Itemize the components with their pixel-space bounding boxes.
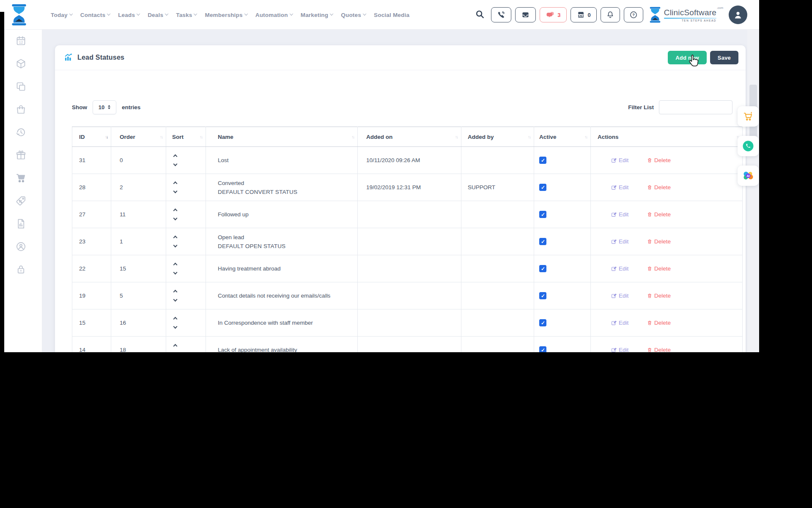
active-checkbox[interactable] [539, 157, 546, 164]
nav-menu-item[interactable]: Tasks [176, 12, 197, 18]
move-up-icon[interactable] [173, 290, 177, 294]
nav-menu-item[interactable]: Social Media [374, 12, 409, 18]
move-up-icon[interactable] [173, 263, 177, 267]
messages-button[interactable]: 3 [540, 7, 566, 22]
move-down-icon[interactable] [173, 189, 177, 193]
move-down-icon[interactable] [173, 325, 177, 329]
store-count-badge: 0 [588, 12, 591, 18]
delete-link[interactable]: Delete [647, 238, 671, 245]
search-icon[interactable] [475, 9, 485, 21]
vertical-scrollbar[interactable] [747, 30, 759, 352]
table-row: 23 1 Open lead DEFAULT OPEN STATUS [72, 228, 743, 255]
edit-link[interactable]: Edit [611, 211, 634, 218]
column-header[interactable]: Sort ↑↓ [166, 127, 206, 147]
move-down-icon[interactable] [173, 298, 177, 302]
edit-link[interactable]: Edit [611, 265, 634, 272]
active-checkbox[interactable] [539, 265, 546, 272]
active-checkbox[interactable] [539, 346, 546, 352]
cell-name: Lack of appointment availability [206, 337, 358, 353]
edit-link[interactable]: Edit [611, 238, 634, 245]
delete-link[interactable]: Delete [647, 347, 671, 352]
move-up-icon[interactable] [173, 155, 177, 159]
column-header[interactable]: Name ↑↓ [206, 127, 358, 147]
inbox-button[interactable] [515, 7, 536, 22]
active-checkbox[interactable] [539, 319, 546, 326]
delete-link[interactable]: Delete [647, 265, 671, 272]
phone-button[interactable] [491, 7, 511, 22]
move-down-icon[interactable] [173, 216, 177, 221]
move-up-icon[interactable] [173, 209, 177, 213]
tag-icon[interactable] [15, 195, 27, 207]
chevron-down-icon [107, 12, 110, 15]
clinicsoftware-logo[interactable]: .com ClinicSoftware TEN STEPS AHEAD [649, 7, 723, 23]
nav-menu-item[interactable]: Memberships [205, 12, 247, 18]
bag-icon[interactable] [15, 104, 27, 115]
column-header[interactable]: Active ↑↓ [534, 127, 591, 147]
move-up-icon[interactable] [173, 236, 177, 240]
column-header[interactable]: ID ↑↓ [72, 127, 111, 147]
notifications-button[interactable] [601, 7, 620, 22]
screen-edge [0, 12, 4, 352]
brand-name: ClinicSoftware [664, 8, 716, 17]
column-header[interactable]: Added on ↑↓ [358, 127, 461, 147]
whatsapp-button[interactable] [738, 136, 759, 156]
edit-link[interactable]: Edit [611, 293, 634, 299]
help-button[interactable]: ? [624, 7, 643, 22]
nav-menu-item[interactable]: Leads [118, 12, 140, 18]
store-button[interactable]: 0 [571, 7, 597, 22]
nav-menu-item[interactable]: Quotes [341, 12, 366, 18]
move-up-icon[interactable] [173, 317, 177, 321]
active-checkbox[interactable] [539, 238, 546, 245]
cell-added-on [358, 337, 461, 353]
nav-menu-item[interactable]: Today [51, 12, 72, 18]
active-checkbox[interactable] [539, 292, 546, 299]
chevron-down-icon [363, 12, 366, 15]
main-navigation: Today Contacts Leads Deals [51, 0, 409, 30]
cell-name: Having treatment abroad [206, 255, 358, 282]
edit-link[interactable]: Edit [611, 347, 634, 352]
hourglass-logo-icon[interactable] [10, 4, 28, 27]
hourglass-brand-icon [649, 7, 661, 23]
delete-link[interactable]: Delete [647, 157, 671, 163]
trash-icon [647, 239, 652, 244]
move-up-icon[interactable] [173, 344, 177, 348]
cart-icon[interactable] [15, 172, 27, 184]
package-icon[interactable] [15, 58, 27, 69]
shop-cart-button[interactable] [738, 106, 759, 127]
delete-link[interactable]: Delete [647, 184, 671, 190]
delete-label: Delete [654, 347, 671, 352]
delete-link[interactable]: Delete [647, 211, 671, 218]
copy-icon[interactable] [15, 81, 27, 92]
history-icon[interactable] [15, 127, 27, 138]
edit-link[interactable]: Edit [611, 157, 634, 163]
save-button[interactable]: Save [710, 51, 738, 64]
edit-link[interactable]: Edit [611, 184, 634, 190]
account-icon[interactable] [15, 241, 27, 252]
column-header[interactable]: Actions ↑↓ [591, 127, 743, 147]
entries-per-page-select[interactable]: 10 [93, 100, 116, 114]
gift-icon[interactable] [15, 149, 27, 161]
move-down-icon[interactable] [173, 271, 177, 275]
column-header[interactable]: Added by ↑↓ [461, 127, 534, 147]
move-up-icon[interactable] [173, 182, 177, 186]
move-down-icon[interactable] [173, 162, 177, 166]
user-avatar[interactable] [729, 6, 747, 24]
edit-link[interactable]: Edit [611, 320, 634, 326]
filter-list-input[interactable] [659, 100, 732, 114]
move-down-icon[interactable] [173, 243, 177, 248]
active-checkbox[interactable] [539, 184, 546, 191]
add-new-button[interactable]: Add new [668, 51, 707, 64]
delete-link[interactable]: Delete [647, 293, 671, 299]
nav-menu-item[interactable]: Deals [148, 12, 168, 18]
report-icon[interactable] [15, 218, 27, 229]
column-header[interactable]: Order ↑↓ [111, 127, 166, 147]
lock-icon[interactable] [15, 264, 27, 275]
nav-menu-item[interactable]: Contacts [80, 12, 110, 18]
move-down-icon[interactable] [173, 352, 177, 352]
ai-button[interactable]: AI [738, 166, 759, 186]
calendar-icon[interactable]: 12 [15, 35, 27, 47]
delete-link[interactable]: Delete [647, 320, 671, 326]
nav-menu-item[interactable]: Marketing [301, 12, 333, 18]
active-checkbox[interactable] [539, 211, 546, 218]
nav-menu-item[interactable]: Automation [255, 12, 293, 18]
